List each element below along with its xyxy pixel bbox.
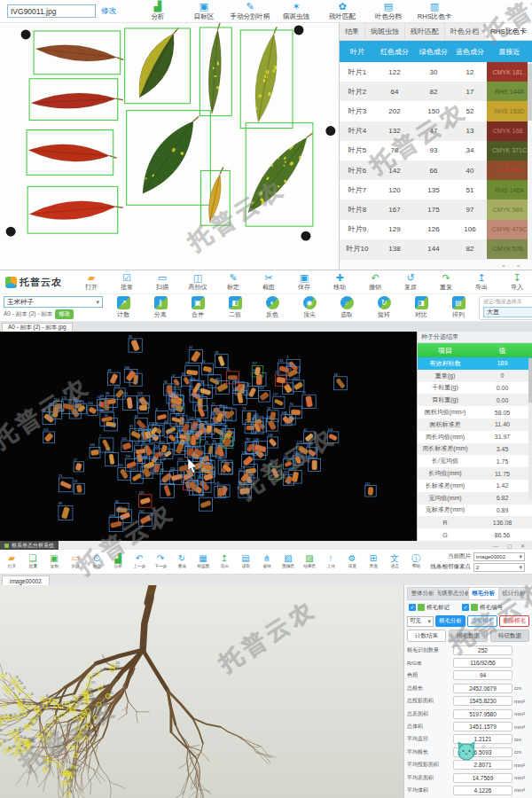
seed-result-row[interactable]: 周长标准差(mm)3.45 bbox=[418, 443, 532, 456]
scrollbar[interactable] bbox=[528, 358, 532, 500]
tool-language-char-button[interactable]: 文语言 bbox=[385, 554, 404, 569]
results-tab[interactable]: 病斑虫蚀 bbox=[365, 23, 405, 40]
leaf-table-row[interactable]: 叶片5789334CMYK 371C bbox=[340, 141, 532, 160]
tool-batch-check-button[interactable]: ☑批量 bbox=[110, 273, 144, 292]
field-value-box[interactable]: 252 bbox=[453, 645, 512, 655]
field-value-box[interactable]: 116/92/56 bbox=[453, 658, 512, 668]
tool-image-map-button[interactable]: ▦根据图 bbox=[193, 554, 213, 569]
tool-export-doc-button[interactable]: ↥导出 bbox=[465, 273, 498, 292]
tool-binarize-square-button[interactable]: ◧二值 bbox=[217, 296, 253, 319]
tool-arrange-blocks-button[interactable]: ▤排列 bbox=[441, 296, 476, 319]
tool-separate-bars-button[interactable]: ∥分离 bbox=[143, 296, 178, 319]
tool-branch-plot-button[interactable]: ⋔标绘 bbox=[257, 554, 277, 569]
tool-undo-arrow3-button[interactable]: ↶上一步 bbox=[129, 554, 149, 569]
chevron-down-icon[interactable]: ⌄ bbox=[501, 261, 507, 269]
tool-export-up-button[interactable]: ↥导出 bbox=[215, 554, 234, 569]
field-value-box[interactable]: 1545.8230 bbox=[453, 696, 512, 706]
filename-input[interactable] bbox=[7, 4, 96, 18]
tool-image-region-button[interactable]: ▧图像区 bbox=[278, 554, 298, 569]
analysis-tab[interactable]: 整体分析 bbox=[407, 587, 438, 600]
leaf-image-canvas[interactable] bbox=[0, 23, 340, 270]
seed-result-row[interactable]: 长/宽均值1.75 bbox=[418, 455, 532, 467]
leaf-table-row[interactable]: 叶片1013814482CMYK 576.. bbox=[340, 239, 532, 259]
seed-result-row[interactable]: 宽标准差(mm)0.89 bbox=[418, 505, 532, 517]
subtab-0[interactable]: 计数结果 bbox=[407, 630, 446, 642]
tool-help-info-button[interactable]: ⓘ帮助 bbox=[406, 554, 426, 569]
analysis-tab[interactable]: 高级形态分析 bbox=[438, 587, 468, 600]
scrollbar[interactable] bbox=[528, 62, 532, 259]
tool-compare-book-button[interactable]: ◨对比 bbox=[403, 296, 439, 319]
leaf-table-row[interactable]: 叶片61426640马赛棕色 bbox=[340, 160, 532, 180]
scrollbar-thumb[interactable] bbox=[528, 64, 532, 121]
seed-result-row[interactable]: 千粒重(g)0.00 bbox=[418, 382, 532, 395]
field-value-box[interactable]: 4.1226 bbox=[453, 786, 512, 795]
field-value-box[interactable]: 94 bbox=[453, 670, 512, 680]
results-tab[interactable]: 结果 bbox=[340, 23, 365, 40]
visibility-select[interactable]: 可见 ▾ bbox=[407, 616, 434, 627]
preset-select[interactable]: 大豆 ▾ bbox=[483, 307, 532, 317]
tool-target-region-button[interactable]: ▣目标区 bbox=[182, 2, 226, 21]
leaf-table-row[interactable]: 叶片2648217RHS 144A bbox=[340, 82, 532, 101]
pixel-setting-select[interactable]: 2 ▾ bbox=[473, 563, 525, 572]
field-value-box[interactable]: 1451.1579 bbox=[453, 722, 512, 732]
tool-settings-gear3-button[interactable]: ⚙设置 bbox=[342, 554, 362, 569]
tool-open-folder-button[interactable]: ▰打开 bbox=[74, 273, 108, 292]
tool-count-chart-button[interactable]: ↗计数 bbox=[106, 296, 141, 319]
checkbox-marking[interactable]: ✓根毛标记 bbox=[409, 604, 450, 612]
field-value-box[interactable]: 14.7569 bbox=[453, 773, 512, 783]
tool-disease-bug-button[interactable]: ✶病斑虫蚀 bbox=[274, 2, 318, 21]
tool-copy-doc-button[interactable]: ▣复制 bbox=[44, 554, 64, 569]
seed-result-row[interactable]: 周长均值(mm)31.97 bbox=[418, 431, 532, 443]
tool-batch-doc-button[interactable]: ❏批量 bbox=[23, 554, 43, 569]
tool-crop-scissors-button[interactable]: ✂截图 bbox=[252, 273, 286, 292]
tool-color-card-button[interactable]: ▥RHS比色卡 bbox=[412, 2, 457, 21]
root-image-tab[interactable]: image00002 bbox=[2, 575, 50, 585]
tool-select-lasso-button[interactable]: ◌选取 bbox=[329, 296, 364, 319]
leaf-table-row[interactable]: 叶片9129126106CMYK 479C bbox=[340, 220, 532, 239]
window-controls[interactable]: — ▢ ✕ bbox=[493, 543, 532, 549]
tool-redo-arrow-button[interactable]: ↷重复 bbox=[429, 273, 463, 292]
seed-result-row[interactable]: 长标准差(mm)1.42 bbox=[418, 480, 532, 492]
chevron-down-icon[interactable]: ⌄ bbox=[515, 261, 521, 269]
leaf-table-row[interactable]: 叶片11223012CMYK 181.. bbox=[340, 62, 532, 82]
tool-read-doc-button[interactable]: ▤读取 bbox=[236, 554, 255, 569]
tool-refresh-arrow-button[interactable]: ↻重做 bbox=[172, 554, 192, 569]
sample-modify-button[interactable]: 修改 bbox=[55, 309, 74, 319]
seed-image-canvas[interactable]: 1234567891011121314151617181920212223242… bbox=[0, 332, 417, 541]
checkbox-numbering[interactable]: ✓根毛编号 bbox=[462, 604, 503, 612]
tool-open-folder3-button[interactable]: ▰打开 bbox=[2, 554, 21, 569]
tool-save-button[interactable]: ▣保存 bbox=[287, 273, 321, 292]
tool-scan-button[interactable]: ▭扫描 bbox=[145, 273, 179, 292]
seed-result-row[interactable]: 宽均值(mm)6.82 bbox=[418, 492, 532, 505]
modify-link[interactable]: 修改 bbox=[101, 6, 116, 17]
subtab-1[interactable]: 根毛数据 bbox=[449, 630, 488, 642]
seed-image-tab[interactable]: A0 - 副本 (2) - 副本.jpg bbox=[2, 323, 73, 332]
tool-invert-circle-button[interactable]: ◐反色 bbox=[254, 296, 290, 319]
leaf-table-row[interactable]: 叶片712013551RHS 146A bbox=[340, 180, 532, 200]
tool-calibrate-pen-button[interactable]: ✎标定 bbox=[216, 273, 250, 292]
seed-result-row[interactable]: 面积均值(mm²)58.05 bbox=[418, 406, 532, 419]
tool-redo-arrow3-button[interactable]: ↷下一步 bbox=[151, 554, 170, 569]
tool-result-region-button[interactable]: ▨结果区 bbox=[300, 554, 319, 569]
results-tab[interactable]: 残叶匹配 bbox=[405, 23, 445, 40]
add-root-hair-button[interactable]: 添加根毛 bbox=[467, 615, 497, 627]
tool-upload-arrow-button[interactable]: ↑上传 bbox=[321, 554, 340, 569]
results-tab[interactable]: 叶色分档 bbox=[445, 23, 485, 40]
tool-doc-camera-button[interactable]: ◫高拍仪 bbox=[181, 273, 215, 292]
analysis-tab[interactable]: 根毛分析 bbox=[469, 587, 499, 600]
delete-root-hair-button[interactable]: 删除根毛 bbox=[499, 615, 529, 627]
analysis-tab[interactable]: 统计分析 bbox=[499, 587, 529, 600]
current-image-select[interactable]: image00002 ▾ bbox=[473, 552, 525, 561]
tool-split-pen-button[interactable]: ✎手动分割叶柄 bbox=[228, 2, 272, 21]
tool-apex-circle-button[interactable]: ◉顶尖 bbox=[292, 296, 327, 319]
tool-merge-squares-button[interactable]: ▣合并 bbox=[180, 296, 215, 319]
tool-import-doc-button[interactable]: ↧导入 bbox=[500, 273, 532, 292]
seed-result-row[interactable]: 重量(g)0 bbox=[418, 370, 532, 382]
tool-analyze-chart3-button[interactable]: ▟分析 bbox=[108, 554, 128, 569]
tool-undo-arrow-button[interactable]: ↶撤销 bbox=[358, 273, 392, 292]
tool-restore-clock-button[interactable]: ↺复原 bbox=[394, 273, 427, 292]
field-value-box[interactable]: 5197.9580 bbox=[453, 709, 512, 719]
tool-rotate-arrow-button[interactable]: ↻旋转 bbox=[366, 296, 402, 319]
tool-scanner-button[interactable]: ▭扫描 bbox=[66, 554, 85, 569]
tool-analyze-chart-button[interactable]: ▟分析 bbox=[136, 2, 180, 21]
